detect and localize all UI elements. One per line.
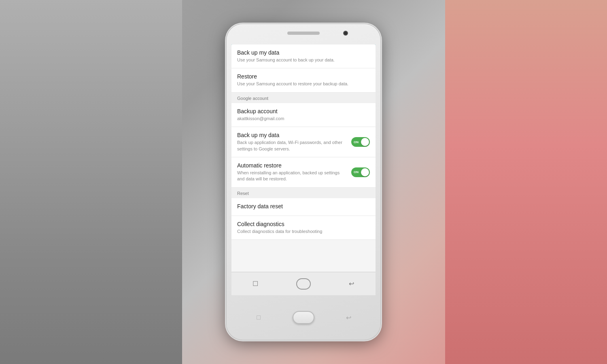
backup-account-item[interactable]: Backup account akattkisson@gmail.com [231, 103, 376, 127]
phone-screen: ↺ ⏰ ☐ ↓ 📶 Ⅰ 77% 🔋 3:22 PM ← Backup and r… [231, 44, 376, 295]
back-nav-icon: ↩ [349, 280, 354, 288]
backup-samsung-desc: Use your Samsung account to back up your… [237, 57, 370, 63]
auto-restore-desc: When reinstalling an application, backed… [237, 170, 346, 182]
google-account-header: Google account [231, 93, 376, 103]
auto-restore-title: Automatic restore [237, 162, 346, 169]
bg-right [445, 0, 607, 364]
bg-left [0, 0, 182, 364]
backup-data-google-title: Back up my data [237, 132, 346, 138]
bottom-nav-bar: ☐ ↩ [231, 272, 376, 295]
backup-data-google-item[interactable]: Back up my data Back up application data… [231, 127, 376, 157]
phone-bottom-bar: □ ↩ [227, 295, 380, 340]
recent-soft-btn[interactable]: □ [253, 313, 264, 322]
backup-samsung-title: Back up my data [237, 49, 370, 56]
reset-header: Reset [231, 188, 376, 198]
restore-desc: Use your Samsung account to restore your… [237, 81, 370, 87]
home-button[interactable] [296, 277, 311, 291]
auto-restore-toggle[interactable]: ON [349, 167, 370, 177]
backup-data-google-desc: Back up application data, Wi-Fi password… [237, 140, 346, 152]
home-physical-btn[interactable] [293, 311, 314, 324]
back-icon: ↩ [346, 314, 351, 322]
factory-reset-title: Factory data reset [237, 203, 370, 210]
backup-data-toggle[interactable]: ON [349, 137, 370, 147]
backup-account-email: akattkisson@gmail.com [237, 116, 370, 122]
screen-content: Back up my data Use your Samsung account… [231, 44, 376, 272]
collect-diag-title: Collect diagnostics [237, 221, 370, 227]
home-icon [296, 278, 311, 290]
factory-reset-item[interactable]: Factory data reset [231, 198, 376, 216]
collect-diagnostics-item[interactable]: Collect diagnostics Collect diagnostics … [231, 216, 376, 240]
phone-shell: ↺ ⏰ ☐ ↓ 📶 Ⅰ 77% 🔋 3:22 PM ← Backup and r… [227, 24, 380, 340]
automatic-restore-item[interactable]: Automatic restore When reinstalling an a… [231, 157, 376, 188]
toggle-thumb-2 [361, 168, 369, 176]
restore-item[interactable]: Restore Use your Samsung account to rest… [231, 68, 376, 92]
back-soft-btn[interactable]: ↩ [343, 313, 354, 322]
phone-speaker [287, 32, 320, 35]
back-nav-button[interactable]: ↩ [344, 277, 359, 291]
recent-apps-button[interactable]: ☐ [248, 277, 263, 291]
backup-my-data-samsung[interactable]: Back up my data Use your Samsung account… [231, 44, 376, 68]
phone-camera [343, 31, 348, 36]
backup-account-title: Backup account [237, 108, 370, 114]
toggle-thumb [361, 138, 369, 146]
recent-apps-icon: ☐ [253, 280, 258, 288]
recent-icon: □ [257, 314, 261, 321]
collect-diag-desc: Collect diagnostics data for troubleshoo… [237, 229, 370, 235]
restore-title: Restore [237, 73, 370, 80]
phone-container: ↺ ⏰ ☐ ↓ 📶 Ⅰ 77% 🔋 3:22 PM ← Backup and r… [227, 24, 380, 340]
